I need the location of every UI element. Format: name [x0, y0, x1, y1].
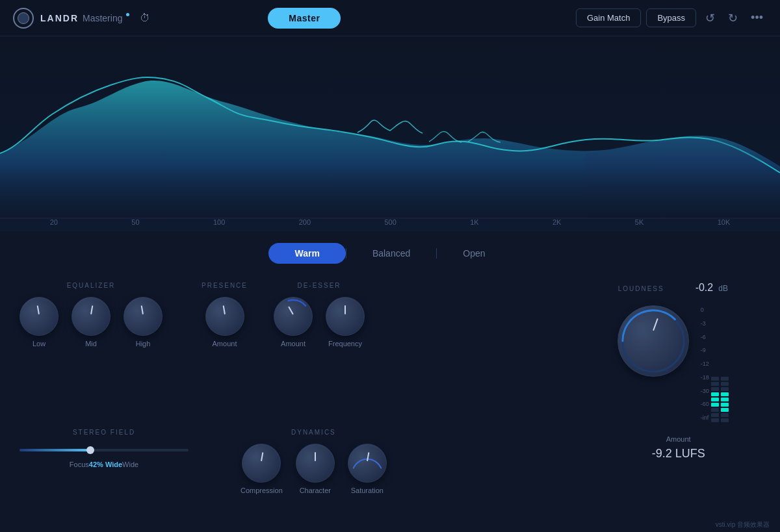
eq-low-knob[interactable] — [20, 297, 58, 336]
stereo-slider-container — [20, 449, 188, 451]
deesser-amount-label: Amount — [281, 340, 306, 348]
svg-point-1 — [277, 300, 309, 333]
saturation-knob-container: Saturation — [348, 444, 387, 494]
loudness-knob[interactable] — [618, 305, 689, 377]
freq-1k: 1K — [470, 218, 478, 226]
activity-dot — [126, 13, 129, 16]
app-name: LANDR — [40, 13, 79, 23]
dynamics-knobs: Compression Character Saturation — [240, 444, 387, 494]
vu-seg-r5 — [721, 398, 729, 401]
style-warm-button[interactable]: Warm — [268, 243, 345, 264]
equalizer-label: EQUALIZER — [67, 282, 116, 289]
eq-low-indicator — [37, 305, 40, 314]
bottom-controls: STEREO FIELD Focus 42% Wide Wide DYNAMIC… — [0, 422, 780, 494]
vu-labels: 0 -3 -6 -9 -12 -18 -30 -60 -inf — [701, 305, 709, 422]
loudness-amount-section: Amount -9.2 LUFS — [596, 429, 760, 461]
vu-label-12: -12 — [701, 361, 709, 367]
bypass-button[interactable]: Bypass — [646, 8, 696, 27]
eq-low-knob-container: Low — [20, 297, 58, 348]
freq-50: 50 — [131, 218, 139, 226]
more-options-button[interactable]: ••• — [747, 8, 767, 27]
eq-high-knob[interactable] — [124, 297, 162, 336]
vu-label-9: -9 — [701, 347, 709, 353]
vu-seg-9 — [711, 418, 719, 422]
deesser-freq-knob[interactable] — [326, 297, 365, 336]
eq-high-indicator — [141, 305, 144, 314]
eq-mid-indicator — [90, 305, 93, 314]
vu-meter: 0 -3 -6 -9 -12 -18 -30 -60 -inf — [701, 305, 729, 422]
character-indicator — [315, 452, 316, 461]
stereo-field-section: STEREO FIELD Focus 42% Wide Wide — [20, 429, 188, 468]
compression-knob-container: Compression — [240, 444, 283, 494]
compression-label: Compression — [240, 487, 283, 494]
vu-bar-right — [721, 305, 729, 422]
loudness-section: LOUDNESS -0.2 dB 0 -3 -6 — [586, 282, 761, 422]
presence-knobs: Amount — [205, 297, 244, 348]
header: LANDR Mastering ⏱ Master Gain Match Bypa… — [0, 0, 780, 36]
undo-button[interactable]: ↺ — [701, 8, 719, 28]
character-knob[interactable] — [296, 444, 335, 483]
redo-button[interactable]: ↻ — [724, 8, 742, 28]
vu-label-0: 0 — [701, 307, 709, 313]
eq-high-label: High — [136, 340, 151, 348]
vu-seg-2 — [711, 382, 719, 386]
watermark: vsti.vip 音频效果器 — [716, 521, 770, 528]
freq-200: 200 — [299, 218, 311, 226]
vu-seg-r3 — [721, 387, 729, 391]
vu-seg-r9 — [721, 418, 729, 422]
vu-seg-r1 — [721, 377, 729, 381]
eq-high-knob-container: High — [124, 297, 162, 348]
saturation-label: Saturation — [351, 487, 384, 494]
vu-seg-r2 — [721, 382, 729, 386]
presence-section: PRESENCE Amount — [202, 282, 248, 422]
presence-amount-knob[interactable] — [205, 297, 244, 336]
vu-seg-6 — [711, 403, 719, 407]
stereo-slider-fill — [20, 449, 90, 451]
master-button[interactable]: Master — [268, 8, 341, 29]
style-balanced-button[interactable]: Balanced — [346, 243, 436, 264]
freq-100: 100 — [213, 218, 225, 226]
controls-area: EQUALIZER Low Mid High — [0, 275, 780, 422]
footer: vsti.vip 音频效果器 — [705, 518, 780, 532]
vu-label-30: -30 — [701, 388, 709, 394]
saturation-knob[interactable] — [348, 444, 387, 483]
loudness-row: 0 -3 -6 -9 -12 -18 -30 -60 -inf — [618, 305, 729, 422]
clock-icon: ⏱ — [140, 12, 150, 24]
eq-mid-knob[interactable] — [72, 297, 110, 336]
vu-seg-r6 — [721, 403, 729, 407]
freq-2k: 2K — [552, 218, 561, 226]
vu-label-60: -60 — [701, 401, 709, 407]
vu-seg-r8 — [721, 413, 729, 417]
freq-10k: 10K — [718, 218, 731, 226]
deesser-amount-container: Amount — [274, 297, 313, 348]
loudness-amount-label: Amount — [666, 435, 691, 443]
deesser-freq-container: Frequency — [326, 297, 365, 348]
spectrum-display: 20 50 100 200 500 1K 2K 5K 10K — [0, 36, 780, 231]
deesser-label: DE-ESSER — [297, 282, 341, 289]
eq-mid-label: Mid — [85, 340, 97, 348]
stereo-value: 42% Wide — [89, 461, 122, 468]
stereo-labels: Focus 42% Wide Wide — [70, 461, 138, 468]
gain-match-button[interactable]: Gain Match — [576, 8, 641, 27]
freq-500: 500 — [384, 218, 396, 226]
vu-label-3: -3 — [701, 320, 709, 327]
stereo-wide-label: Wide — [122, 461, 138, 468]
frequency-labels: 20 50 100 200 500 1K 2K 5K 10K — [0, 218, 780, 226]
app-subtitle: Mastering — [83, 13, 122, 23]
presence-amount-indicator — [222, 305, 225, 314]
stereo-field-label: STEREO FIELD — [73, 429, 135, 436]
style-selector: Warm Balanced Open — [0, 231, 780, 275]
deesser-amount-knob[interactable] — [274, 297, 313, 336]
dynamics-section: DYNAMICS Compression Character — [240, 429, 387, 494]
loudness-db-unit: dB — [718, 284, 728, 293]
character-knob-container: Character — [296, 444, 335, 494]
compression-knob[interactable] — [242, 444, 281, 483]
lufs-value: -9.2 LUFS — [652, 447, 705, 461]
style-open-button[interactable]: Open — [437, 243, 511, 264]
spacer — [378, 282, 553, 422]
stereo-slider-thumb[interactable] — [86, 446, 94, 454]
logo-icon — [13, 8, 34, 29]
presence-label: PRESENCE — [202, 282, 248, 289]
vu-seg-r7 — [721, 408, 729, 412]
freq-5k: 5K — [635, 218, 644, 226]
